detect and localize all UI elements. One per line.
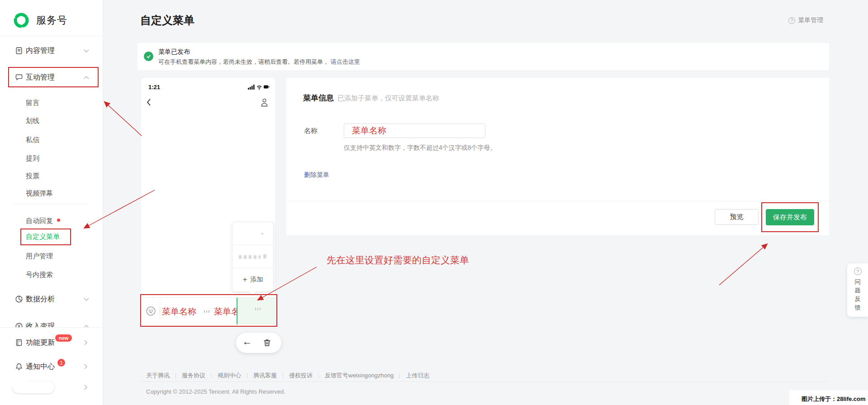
submenu-item-illegible[interactable] (232, 245, 273, 268)
editor-toolbar-pill: ← (236, 333, 281, 353)
chevron-down-icon (83, 48, 90, 53)
new-badge: new (55, 334, 72, 342)
disable-menu-link[interactable]: 请点击这里 (331, 58, 360, 65)
sidebar-item-custom-menu[interactable]: 自定义菜单 (26, 233, 60, 241)
chevron-right-icon[interactable] (83, 384, 88, 391)
illegible-mark (255, 308, 261, 310)
sidebar-item-interact-mgmt[interactable]: 互动管理 (0, 71, 103, 84)
preview-button[interactable]: 预览 (715, 209, 759, 225)
sidebar-item-monetization-clipped[interactable]: 收入变现 (0, 318, 103, 327)
sidebar-item-monetization[interactable]: 收入变现 (0, 319, 103, 327)
separator-dots (204, 310, 209, 313)
question-circle-icon: ? (788, 17, 795, 24)
sidebar-item-comments[interactable]: 留言 (26, 99, 39, 107)
status-bar-time: 1:21 (148, 84, 160, 91)
footer-links: 关于腾讯 服务协议 规则中心 腾讯客服 侵权投诉 反馈官号weixingongz… (146, 372, 429, 380)
chevron-left-icon[interactable] (146, 98, 152, 107)
sidebar-item-label: 功能更新 (26, 338, 55, 348)
submenu-popup: + 添加 (232, 222, 274, 292)
menu-info-card: 菜单信息 已添加子菜单，仅可设置菜单名称 名称 仅支持中英文和数字，字数不超过4… (286, 78, 829, 235)
footer-link[interactable]: 服务协议 (182, 372, 205, 380)
sidebar-item-data-analysis[interactable]: 数据分析 (0, 292, 103, 306)
question-circle-icon: ? (854, 267, 862, 275)
footer-link[interactable]: 腾讯客服 (253, 372, 277, 380)
copyright-text: Copyright © 2012-2025 Tencent. All Right… (146, 388, 285, 395)
divider (0, 327, 103, 328)
divider (160, 302, 160, 321)
footer-link[interactable]: 侵权投诉 (289, 372, 313, 380)
check-circle-icon (144, 52, 153, 61)
bell-icon (15, 362, 23, 371)
chevron-down-icon (83, 297, 90, 302)
save-publish-button[interactable]: 保存并发布 (766, 209, 814, 225)
sidebar-item-label: 收入变现 (26, 322, 55, 328)
banner-body: 可在手机查看菜单内容，若尚未生效，请稍后查看。若停用菜单， 请点击这里 (158, 58, 360, 66)
divider (175, 373, 176, 378)
name-field-label: 名称 (304, 127, 318, 135)
divider (283, 373, 283, 378)
sidebar-item-label: 互动管理 (26, 73, 55, 82)
chevron-right-icon (83, 363, 88, 370)
submenu-item-empty[interactable] (232, 222, 273, 245)
banner-title: 菜单已发布 (158, 48, 190, 56)
menu-name-annotation-1[interactable]: 菜单名称 (162, 306, 196, 318)
sidebar-item-private-msg[interactable]: 私信 (26, 136, 39, 144)
sidebar-item-feature-update[interactable]: 功能更新 new (0, 336, 103, 349)
sidebar-item-account-search[interactable]: 号内搜索 (26, 271, 53, 279)
section-heading: 菜单信息 (303, 93, 334, 103)
footer-link[interactable]: 上传日志 (406, 372, 429, 380)
chevron-up-icon (83, 324, 90, 328)
sidebar-item-label: 内容管理 (26, 46, 55, 56)
illegible-text (263, 254, 266, 258)
brand-name: 服务号 (36, 14, 67, 27)
footer-link[interactable]: 规则中心 (218, 372, 241, 380)
menu-name-input[interactable] (344, 124, 485, 138)
banner-body-text: 可在手机查看菜单内容，若尚未生效，请稍后查看。若停用菜单， (158, 58, 329, 65)
red-dot-badge (57, 219, 60, 222)
feedback-tab[interactable]: ? 问题反馈 (847, 263, 868, 317)
phone-preview: 1:21 + 添加 菜单名称 菜单名称 (141, 78, 275, 327)
sidebar-item-votes[interactable]: 投票 (26, 172, 39, 181)
menu-management-help[interactable]: ? 菜单管理 (788, 16, 823, 24)
publish-status-banner: 菜单已发布 可在手机查看菜单内容，若尚未生效，请稍后查看。若停用菜单， 请点击这… (138, 43, 829, 70)
keyboard-circle-icon[interactable] (146, 306, 156, 316)
help-label: 菜单管理 (798, 16, 823, 24)
delete-menu-link[interactable]: 删除菜单 (304, 171, 329, 179)
chevron-up-icon (83, 75, 90, 80)
selected-menu-slot[interactable] (237, 298, 275, 324)
sidebar-item-mentions[interactable]: 提到 (26, 154, 39, 163)
section-note: 已添加子菜单，仅可设置菜单名称 (337, 94, 439, 103)
phone-menu-bar: 菜单名称 菜单名称 (141, 297, 275, 324)
illegible-mark (261, 233, 263, 234)
status-bar-icons (248, 84, 270, 90)
chat-bubble-icon (15, 73, 23, 81)
divider (0, 36, 103, 36)
illegible-text (239, 255, 261, 259)
chevron-right-icon (83, 339, 88, 346)
document-icon (15, 47, 23, 55)
sidebar-item-label: 数据分析 (26, 295, 55, 304)
plus-icon: + (243, 275, 247, 284)
name-field-helper: 仅支持中英文和数字，字数不超过4个汉字或8个字母。 (344, 144, 497, 152)
divider (318, 373, 319, 378)
sidebar-item-content-mgmt[interactable]: 内容管理 (0, 44, 103, 57)
sidebar-item-notification-center[interactable]: 通知中心 1 (0, 360, 103, 373)
trash-icon[interactable] (262, 338, 272, 348)
feedback-label: 问题反馈 (854, 277, 861, 312)
footer-link[interactable]: 关于腾讯 (146, 372, 170, 380)
notification-count-badge: 1 (57, 359, 65, 367)
person-icon[interactable] (260, 98, 269, 107)
sidebar-item-user-mgmt[interactable]: 用户管理 (26, 252, 53, 261)
account-name-redacted[interactable] (13, 381, 54, 393)
divider (140, 381, 829, 382)
watermark: 图片上传于：28life.com (789, 390, 868, 405)
footer-link[interactable]: 反馈官号weixingongzhong (325, 372, 394, 380)
back-arrow-icon[interactable]: ← (242, 336, 252, 347)
divider (247, 373, 247, 378)
sidebar-item-video-danmu[interactable]: 视频弹幕 (26, 189, 53, 198)
watermark-text: 图片上传于：28life.com (802, 395, 866, 403)
add-submenu-button[interactable]: + 添加 (232, 268, 273, 291)
book-icon (15, 338, 23, 347)
sidebar-item-auto-reply[interactable]: 自动回复 (26, 217, 53, 225)
sidebar-item-underline[interactable]: 划线 (26, 117, 39, 125)
